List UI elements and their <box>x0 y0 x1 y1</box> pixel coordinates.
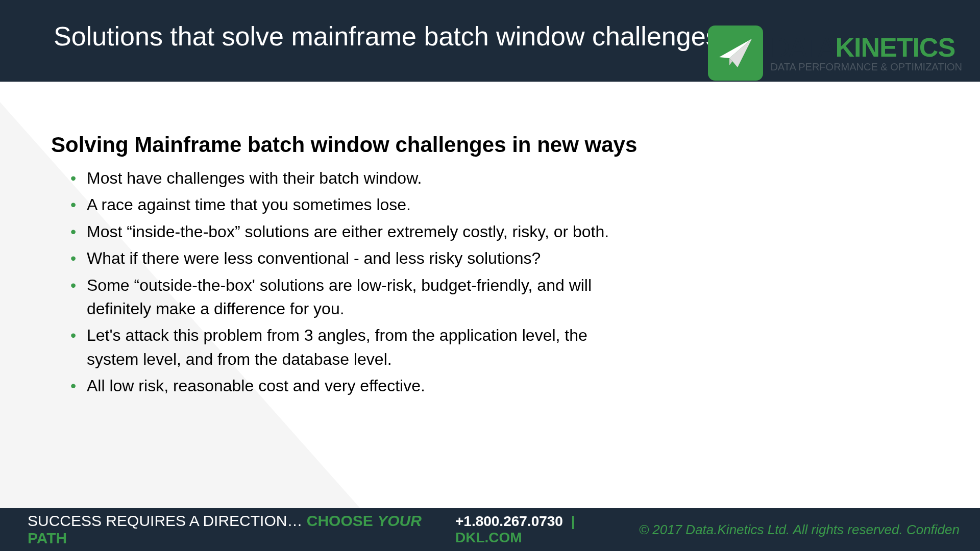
bullet-list: Most have challenges with their batch wi… <box>51 166 638 398</box>
brand-name-part2: KINETICS <box>835 33 955 62</box>
footer-site: DKL.COM <box>455 530 522 545</box>
footer-contact: +1.800.267.0730 | DKL.COM <box>455 513 639 546</box>
brand-logo: DATAKINETICS DATA PERFORMANCE & OPTIMIZA… <box>708 26 962 81</box>
footer-phone: +1.800.267.0730 <box>455 513 563 529</box>
brand-name-part1: DATA <box>770 33 835 62</box>
list-item: What if there were less conventional - a… <box>70 246 638 270</box>
brand-name: DATAKINETICS <box>770 34 962 61</box>
tagline-choose: CHOOSE <box>307 512 377 529</box>
slide-header: Solutions that solve mainframe batch win… <box>0 0 980 82</box>
brand-subtitle: DATA PERFORMANCE & OPTIMIZATION <box>770 62 962 72</box>
footer-left: SUCCESS REQUIRES A DIRECTION… CHOOSE YOU… <box>28 512 639 547</box>
content-heading: Solving Mainframe batch window challenge… <box>51 133 929 157</box>
slide-footer: SUCCESS REQUIRES A DIRECTION… CHOOSE YOU… <box>0 508 980 551</box>
footer-copyright: © 2017 Data.Kinetics Ltd. All rights res… <box>639 522 960 538</box>
footer-tagline: SUCCESS REQUIRES A DIRECTION… CHOOSE YOU… <box>28 512 441 547</box>
slide-title: Solutions that solve mainframe batch win… <box>54 20 719 52</box>
footer-separator: | <box>567 513 579 529</box>
tagline-prefix: SUCCESS REQUIRES A DIRECTION… <box>28 512 307 529</box>
slide-content: Solving Mainframe batch window challenge… <box>0 82 980 398</box>
list-item: Most have challenges with their batch wi… <box>70 166 638 190</box>
paper-plane-icon <box>708 26 763 81</box>
list-item: All low risk, reasonable cost and very e… <box>70 374 638 397</box>
list-item: Some “outside-the-box' solutions are low… <box>70 273 638 321</box>
list-item: A race against time that you sometimes l… <box>70 193 638 216</box>
tagline-path: PATH <box>28 530 67 546</box>
list-item: Let's attack this problem from 3 angles,… <box>70 323 638 371</box>
list-item: Most “inside-the-box” solutions are eith… <box>70 220 638 243</box>
tagline-your: YOUR <box>377 512 422 529</box>
brand-text: DATAKINETICS DATA PERFORMANCE & OPTIMIZA… <box>770 34 962 72</box>
